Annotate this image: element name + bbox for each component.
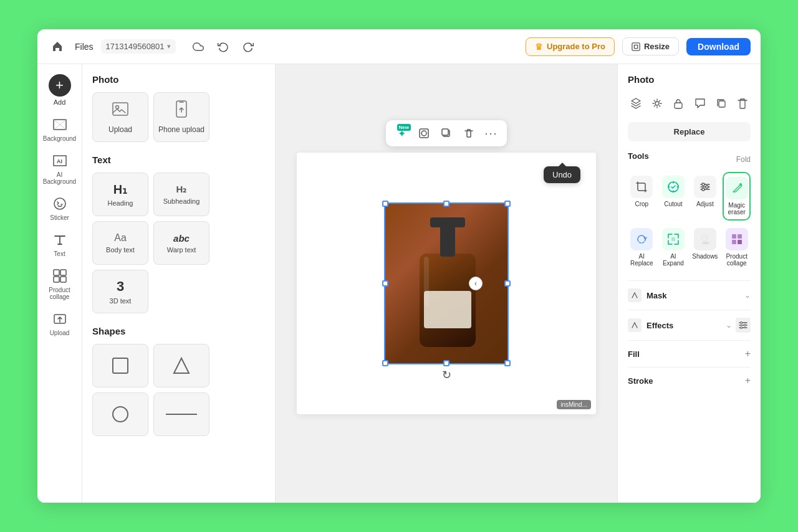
- canvas-toolbar: ✦ New: [386, 120, 507, 146]
- shape-line-card[interactable]: [153, 392, 209, 436]
- canvas-area[interactable]: ‹ Undo ✦ New: [276, 64, 617, 503]
- svg-rect-37: [738, 234, 742, 239]
- canvas-background[interactable]: ✦ New: [297, 153, 596, 414]
- text-sidebar-icon: [51, 231, 69, 249]
- svg-rect-4: [60, 270, 66, 275]
- svg-rect-5: [54, 277, 59, 282]
- tools-header: Tools Fold: [628, 151, 751, 167]
- resize-handle-tl[interactable]: [382, 201, 388, 207]
- upload-sidebar-icon: [51, 310, 69, 328]
- resize-handle-rm[interactable]: [504, 280, 511, 287]
- magic-rp-icon[interactable]: [649, 93, 665, 113]
- panel-collapse-button[interactable]: ‹: [469, 277, 483, 290]
- shadows-tool[interactable]: Shadows: [691, 224, 719, 270]
- adjust-tool[interactable]: Adjust: [691, 172, 719, 221]
- sidebar-item-ai-background[interactable]: AI AI Background: [41, 148, 79, 189]
- ai-expand-icon: [662, 228, 685, 250]
- effects-collapsible[interactable]: Effects ⌄: [628, 310, 751, 340]
- product-collage-tool[interactable]: Product collage: [723, 224, 751, 270]
- sidebar-item-sticker[interactable]: Sticker: [41, 191, 79, 225]
- resize-handle-tr[interactable]: [504, 201, 511, 207]
- redo-button[interactable]: [238, 37, 258, 57]
- fold-label[interactable]: Fold: [736, 155, 751, 164]
- svg-rect-38: [732, 240, 736, 244]
- product-collage-icon: [726, 228, 748, 250]
- sidebar-item-product-collage[interactable]: Product collage: [41, 264, 79, 304]
- resize-button[interactable]: Resize: [622, 37, 679, 55]
- files-link[interactable]: Files: [75, 42, 94, 52]
- sidebar-item-text[interactable]: Text: [41, 227, 79, 261]
- new-badge: New: [397, 124, 411, 131]
- top-bar-actions: [188, 37, 258, 57]
- product-image-container[interactable]: ↻: [384, 202, 509, 364]
- rotate-handle[interactable]: ↻: [442, 368, 451, 382]
- subheading-card[interactable]: H₂ Subheading: [153, 173, 209, 216]
- stroke-label: Stroke: [628, 376, 653, 386]
- phone-upload-card[interactable]: Phone upload: [153, 92, 209, 142]
- svg-rect-0: [632, 42, 640, 50]
- layers-icon[interactable]: [628, 93, 644, 113]
- download-button[interactable]: Download: [686, 38, 751, 55]
- delete-rp-icon[interactable]: [734, 93, 751, 113]
- svg-rect-8: [113, 103, 128, 115]
- product-image: [385, 204, 507, 363]
- fill-section: Fill +: [628, 340, 751, 367]
- ai-replace-tool[interactable]: AI Replace: [628, 224, 656, 270]
- shape-square-card[interactable]: [92, 344, 148, 387]
- sidebar-icons: + Add Background AI: [37, 64, 82, 503]
- resize-handle-bm[interactable]: [443, 360, 449, 366]
- svg-rect-3: [54, 270, 59, 275]
- replace-button[interactable]: Replace: [628, 122, 751, 141]
- resize-handle-lm[interactable]: [382, 280, 388, 287]
- delete-toolbar-button[interactable]: [458, 123, 479, 144]
- svg-rect-27: [719, 101, 725, 107]
- ai-background-icon: AI: [51, 152, 69, 169]
- fill-add-icon[interactable]: +: [745, 348, 751, 359]
- svg-rect-26: [675, 103, 682, 108]
- photo-section-title: Photo: [92, 74, 265, 85]
- watermark: insMind...: [557, 400, 591, 409]
- sidebar-item-upload[interactable]: Upload: [41, 306, 79, 340]
- magic-eraser-tool[interactable]: Magic eraser: [723, 172, 751, 221]
- resize-handle-br[interactable]: [504, 360, 511, 366]
- body-text-card[interactable]: Aa Body text: [92, 221, 148, 265]
- warp-text-card[interactable]: abc Warp text: [153, 221, 209, 265]
- resize-handle-bl[interactable]: [382, 360, 388, 366]
- body-text-card-icon: Aa: [114, 232, 127, 244]
- svg-rect-20: [424, 291, 471, 328]
- mask-collapsible[interactable]: Mask ⌄: [628, 280, 751, 310]
- background-icon: [51, 116, 69, 133]
- resize-handle-tm[interactable]: [443, 201, 449, 207]
- shape-triangle-card[interactable]: [153, 344, 209, 387]
- svg-rect-21: [440, 222, 455, 257]
- ai-toolbar-button[interactable]: ✦ New: [391, 123, 412, 144]
- fill-label: Fill: [628, 349, 640, 359]
- sidebar-item-background[interactable]: Background: [41, 112, 79, 146]
- stroke-add-icon[interactable]: +: [745, 375, 751, 386]
- more-toolbar-button[interactable]: ···: [481, 123, 502, 144]
- lock-rp-icon[interactable]: [670, 93, 686, 113]
- cutout-tool[interactable]: Cutout: [660, 172, 688, 221]
- shapes-section-title: Shapes: [92, 326, 265, 336]
- copy-rp-icon[interactable]: [713, 93, 729, 113]
- svg-point-35: [702, 242, 709, 244]
- effects-settings-icon[interactable]: [736, 318, 751, 333]
- upgrade-button[interactable]: ♛ Upgrade to Pro: [526, 37, 615, 56]
- 3d-text-card[interactable]: 3 3D text: [92, 270, 148, 313]
- sidebar-item-add[interactable]: + Add: [41, 70, 79, 110]
- left-panel: Photo Upload: [82, 64, 276, 503]
- crop-tool[interactable]: Crop: [628, 172, 656, 221]
- undo-button[interactable]: [213, 37, 233, 57]
- duplicate-toolbar-button[interactable]: [436, 123, 457, 144]
- upload-card[interactable]: Upload: [92, 92, 148, 142]
- mask-toolbar-button[interactable]: [413, 123, 435, 144]
- filename-selector[interactable]: 1713149560801 ▾: [101, 39, 176, 54]
- ai-expand-tool[interactable]: AI Expand: [660, 224, 688, 270]
- heading-card[interactable]: H₁ Heading: [92, 173, 148, 216]
- home-button[interactable]: [47, 37, 67, 57]
- cloud-save-button[interactable]: [188, 37, 208, 57]
- comment-rp-icon[interactable]: [692, 93, 708, 113]
- shape-circle-card[interactable]: [92, 392, 148, 436]
- app-window: Files 1713149560801 ▾ ♛: [37, 29, 761, 503]
- 3d-text-card-icon: 3: [117, 278, 124, 295]
